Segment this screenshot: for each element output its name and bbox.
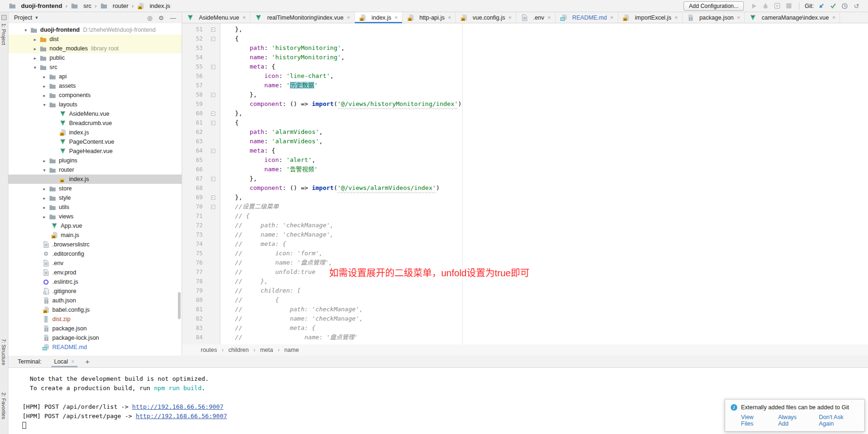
tree-item-duoji-frontend[interactable]: ▾duoji-frontendD:\zheheWeb\duoji-fronten… (8, 25, 182, 35)
new-terminal-session-button[interactable]: + (85, 357, 90, 365)
tree-item-pageheader-vue[interactable]: PageHeader.vue (8, 147, 182, 156)
tree-item-main-js[interactable]: JSmain.js (8, 231, 182, 240)
tab-close-icon[interactable]: × (610, 14, 614, 21)
code-line-53[interactable]: 53 path: 'historyMonitoring', (182, 43, 868, 53)
code-line-51[interactable]: 51− }, (182, 25, 868, 34)
chevron-down-icon[interactable]: ▾ (21, 28, 30, 33)
fold-marker-icon[interactable]: − (211, 205, 215, 209)
code-line-55[interactable]: 55− meta: { (182, 62, 868, 71)
code-line-52[interactable]: 52− { (182, 34, 868, 43)
code-line-80[interactable]: 80 // { (182, 295, 868, 305)
add-configuration-button[interactable]: Add Configuration... (684, 1, 743, 11)
chevron-right-icon[interactable]: ▸ (40, 196, 49, 201)
fold-marker-icon[interactable]: − (211, 121, 215, 125)
tab-close-icon[interactable]: × (737, 14, 740, 21)
run-with-coverage-icon[interactable] (773, 2, 782, 10)
tree-item-dist-zip[interactable]: dist.zip (8, 315, 182, 324)
tree-item-package-json[interactable]: { }package.json (8, 324, 182, 333)
code-editor[interactable]: 51− },52− {53 path: 'historyMonitoring',… (182, 23, 868, 344)
tree-item--browserslistrc[interactable]: .browserslistrc (8, 240, 182, 249)
editor-tab-package-json[interactable]: { }package.json× (683, 12, 745, 23)
code-line-60[interactable]: 60− }, (182, 109, 868, 118)
fold-marker-icon[interactable]: − (211, 28, 215, 32)
tree-item-public[interactable]: ▸public (8, 53, 182, 63)
code-line-70[interactable]: 70− //设置二级菜单 (182, 202, 868, 211)
tree-item-style[interactable]: ▸style (8, 193, 182, 203)
editor-tab-index-js[interactable]: JSindex.js× (355, 12, 402, 23)
terminal-link[interactable]: http://192.168.66.56:9007 (132, 403, 224, 410)
code-line-61[interactable]: 61− { (182, 118, 868, 127)
code-line-62[interactable]: 62 path: 'alarmVideos', (182, 127, 868, 137)
chevron-right-icon[interactable]: ▸ (31, 56, 39, 61)
chevron-down-icon[interactable]: ▾ (40, 102, 49, 107)
tree-item-src[interactable]: ▾src (8, 63, 182, 72)
tree-item-babel-config-js[interactable]: JSbabel.config.js (8, 305, 182, 315)
editor-tab-readme-md[interactable]: MDREADME.md× (556, 12, 618, 23)
tab-close-icon[interactable]: × (547, 14, 550, 21)
tree-item-app-vue[interactable]: App.vue (8, 221, 182, 231)
git-history-icon[interactable] (840, 2, 849, 10)
terminal-link[interactable]: http://192.168.66.56:9007 (136, 413, 227, 420)
editor-tab--env[interactable]: .env× (516, 12, 556, 23)
breadcrumb-item-router[interactable]: router (100, 2, 128, 10)
chevron-down-icon[interactable]: ▾ (40, 168, 49, 173)
fold-marker-icon[interactable]: − (211, 177, 215, 181)
code-line-84[interactable]: 84 // name: '盘点管理' (182, 333, 868, 342)
project-tool-window-icon[interactable] (1, 15, 7, 20)
tree-item-dist[interactable]: ▸dist (8, 35, 182, 44)
tree-item-asidemenu-vue[interactable]: AsideMenu.vue (8, 109, 182, 119)
tree-item-index-js[interactable]: JSindex.js (8, 175, 182, 184)
git-commit-icon[interactable] (829, 2, 837, 10)
terminal-tab-local[interactable]: Local × (53, 356, 76, 367)
git-update-icon[interactable] (817, 2, 826, 10)
debug-icon[interactable] (762, 2, 770, 10)
always-add-link[interactable]: Always Add (778, 414, 808, 427)
tree-item-assets[interactable]: ▸assets (8, 81, 182, 91)
tree-item-auth-json[interactable]: { }auth.json (8, 296, 182, 305)
run-icon[interactable] (750, 2, 758, 10)
editor-tab-asidemenu-vue[interactable]: AsideMenu.vue× (182, 12, 250, 23)
chevron-right-icon[interactable]: ▸ (40, 74, 49, 79)
tree-item--eslintrc-js[interactable]: .eslintrc.js (8, 277, 182, 287)
code-line-63[interactable]: 63 name: 'alarmVideos', (182, 137, 868, 146)
editor-tab-realtimemonitoring-index-vue[interactable]: realTimeMonitoring\index.vue× (250, 12, 355, 23)
tab-close-icon[interactable]: × (242, 14, 246, 21)
tree-item--gitignore[interactable]: .gitignore (8, 287, 182, 296)
tab-close-icon[interactable]: × (347, 14, 350, 21)
code-line-82[interactable]: 82 // name: 'checkManage', (182, 314, 868, 323)
project-view-selector[interactable]: Project ▼ (14, 14, 39, 21)
stripe-button-project[interactable]: 1: Project (1, 23, 7, 45)
chevron-right-icon[interactable]: ▸ (40, 84, 49, 89)
tree-item-breadcrumb-vue[interactable]: Breadcrumb.vue (8, 119, 182, 128)
tree-item-views[interactable]: ▸views (8, 212, 182, 221)
fold-marker-icon[interactable]: − (211, 65, 215, 69)
tab-close-icon[interactable]: × (448, 14, 451, 21)
editor-breadcrumb-routes[interactable]: routes (201, 347, 217, 353)
stripe-button-favorites[interactable]: 2: Favorites (1, 392, 7, 419)
code-line-54[interactable]: 54 name: 'historyMonitoring', (182, 53, 868, 62)
tree-item-pagecontent-vue[interactable]: PageContent.vue (8, 137, 182, 147)
code-line-58[interactable]: 58− }, (182, 90, 868, 99)
fold-marker-icon[interactable]: − (211, 37, 215, 41)
code-line-57[interactable]: 57 name: '历史数据' (182, 81, 868, 90)
code-line-69[interactable]: 69− }, (182, 193, 868, 202)
code-line-73[interactable]: 73 // name: 'checkManage', (182, 230, 868, 239)
chevron-right-icon[interactable]: ▸ (40, 93, 49, 98)
chevron-right-icon[interactable]: ▸ (40, 205, 49, 210)
tree-item-layouts[interactable]: ▾layouts (8, 100, 182, 109)
tree-item-router[interactable]: ▾router (8, 165, 182, 175)
editor-breadcrumb-children[interactable]: children (228, 347, 249, 353)
breadcrumb-item-duoji-frontend[interactable]: duoji-frontend (8, 2, 62, 10)
chevron-right-icon[interactable]: ▸ (40, 214, 49, 219)
stop-icon[interactable] (785, 2, 793, 10)
tree-item-readme-md[interactable]: MDREADME.md (8, 343, 182, 352)
code-line-74[interactable]: 74 // meta: { (182, 239, 868, 249)
code-line-81[interactable]: 81 // path: 'checkManage', (182, 305, 868, 314)
locate-file-icon[interactable]: ◎ (147, 14, 152, 21)
code-line-71[interactable]: 71 // { (182, 211, 868, 221)
tab-close-icon[interactable]: × (832, 14, 835, 21)
tree-item-plugins[interactable]: ▸plugins (8, 156, 182, 165)
code-line-59[interactable]: 59 component: () => import('@/views/hist… (182, 99, 868, 109)
tree-item--editorconfig[interactable]: ⚙.editorconfig (8, 249, 182, 259)
editor-tab-http-api-js[interactable]: JShttp-api.js× (402, 12, 456, 23)
